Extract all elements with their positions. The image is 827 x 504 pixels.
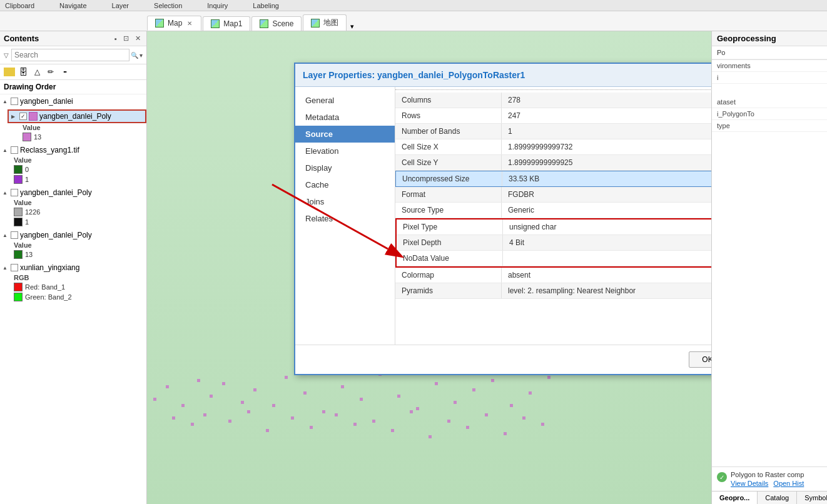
legend-color-swatch: [23, 133, 31, 141]
search-input[interactable]: [11, 49, 129, 61]
geo-open-hist-link[interactable]: Open Hist: [773, 480, 804, 487]
ok-button[interactable]: OK: [689, 351, 711, 368]
svg-rect-5: [222, 382, 225, 385]
modal-nav-relates[interactable]: Relates: [295, 210, 395, 227]
legend-value: 13: [34, 133, 41, 141]
tab-map-close[interactable]: ✕: [186, 20, 193, 27]
modal-body: General Metadata Source Elevation Displa…: [295, 87, 711, 345]
geo-links: View Details Open Hist: [731, 480, 804, 487]
edit-icon[interactable]: ✏: [45, 66, 56, 78]
geo-check-icon: ✓: [717, 472, 727, 482]
toolbar-navigate[interactable]: Navigate: [59, 2, 86, 9]
layer-header-poly3[interactable]: ▲ yangben_danlei_Poly: [0, 229, 146, 241]
float-btn[interactable]: ⊡: [121, 34, 131, 43]
layer-header-xunlian[interactable]: ▲ xunlian_yingxiang: [0, 262, 146, 273]
legend-item: Value: [14, 156, 146, 164]
modal-nav-cache[interactable]: Cache: [295, 176, 395, 193]
prop-key: Pyramids: [395, 283, 502, 298]
tab-scene[interactable]: Scene: [251, 16, 302, 31]
legend-item: 13: [14, 249, 146, 260]
geo-success-row: ✓ Polygon to Raster comp View Details Op…: [717, 471, 822, 487]
more-icon[interactable]: ···: [59, 66, 70, 78]
modal-nav-joins[interactable]: Joins: [295, 193, 395, 210]
contents-panel: Contents ▪ ⊡ ✕ ▽ 🔍 ▾ 🗄 △ ✏ ··· Drawing O…: [0, 31, 147, 504]
layer-legend: RGB Red: Band_1 Green: Band_2: [0, 273, 146, 302]
pin-btn[interactable]: ▪: [113, 35, 119, 43]
svg-rect-2: [181, 404, 185, 407]
svg-rect-31: [310, 426, 313, 429]
tab-dropdown-btn[interactable]: ▾: [350, 23, 354, 31]
legend-color-swatch: [14, 175, 23, 184]
toolbar-layer[interactable]: Layer: [112, 2, 129, 9]
prop-val: 247: [502, 108, 711, 123]
geo-view-details-link[interactable]: View Details: [731, 480, 768, 487]
add-layer-icon[interactable]: [4, 68, 15, 76]
geoprocessing-title: Geoprocessing: [712, 31, 827, 46]
prop-row-nodata: NoData Value: [397, 251, 711, 266]
contents-panel-title: Contents: [4, 34, 39, 43]
prop-key: NoData Value: [397, 251, 503, 266]
search-dropdown-arrow[interactable]: ▾: [140, 52, 143, 59]
legend-color-swatch: [14, 283, 23, 291]
modal-nav-display[interactable]: Display: [295, 159, 395, 176]
tab-dimap[interactable]: 地图: [303, 14, 347, 31]
modal-nav-elevation[interactable]: Elevation: [295, 143, 395, 159]
legend-item: Red: Band_1: [14, 282, 146, 292]
legend-label: RGB: [14, 274, 29, 281]
content-toolbar: 🗄 △ ✏ ···: [0, 64, 146, 80]
layer-name-poly: yangben_danlei_Poly: [39, 112, 111, 121]
svg-rect-15: [397, 395, 400, 398]
layer-header-yangben-poly-selected[interactable]: ▶ yangben_danlei_Poly: [8, 109, 146, 123]
toolbar-inquiry[interactable]: Inquiry: [207, 2, 228, 9]
database-icon[interactable]: 🗄: [18, 66, 29, 78]
modal-nav-source[interactable]: Source: [295, 126, 395, 143]
panel-controls: ▪ ⊡ ✕: [113, 34, 143, 43]
main-layout: Contents ▪ ⊡ ✕ ▽ 🔍 ▾ 🗄 △ ✏ ··· Drawing O…: [0, 31, 827, 504]
prop-row-format: Format FGDBR: [395, 187, 711, 203]
legend-item: RGB: [14, 273, 146, 282]
prop-row-pyramids: Pyramids level: 2. resampling: Nearest N…: [395, 283, 711, 299]
svg-rect-24: [172, 416, 175, 420]
close-btn[interactable]: ✕: [133, 34, 143, 43]
prop-row-cellsizey: Cell Size Y 1.89999999999925: [395, 155, 711, 171]
expand-icon: ▲: [3, 233, 9, 238]
toolbar-selection[interactable]: Selection: [154, 2, 182, 9]
expand-icon: ▶: [11, 114, 18, 119]
tab-map[interactable]: Map ✕: [147, 16, 201, 31]
layer-checkbox[interactable]: [11, 264, 18, 271]
svg-rect-28: [247, 410, 250, 413]
layer-checkbox-checked[interactable]: [19, 113, 27, 120]
svg-rect-21: [510, 404, 513, 407]
layer-legend: Value 0 1: [0, 156, 146, 184]
geo-notification-content: Polygon to Raster comp View Details Open…: [731, 471, 804, 487]
layer-header-reclass[interactable]: ▲ Reclass_yang1.tif: [0, 144, 146, 156]
prop-key: Pixel Depth: [397, 235, 503, 250]
layer-header-yangben[interactable]: ▲ yangben_danlei: [0, 96, 146, 107]
layer-checkbox[interactable]: [11, 98, 18, 105]
list-item: ▲ yangben_danlei_Poly Value 1226 1: [0, 186, 146, 228]
tab-map1[interactable]: Map1: [203, 16, 250, 31]
layer-header-poly2[interactable]: ▲ yangben_danlei_Poly: [0, 187, 146, 198]
bottom-tab-symbol[interactable]: Symbol...: [797, 491, 827, 504]
toolbar-clipboard[interactable]: Clipboard: [5, 2, 34, 9]
svg-rect-29: [266, 429, 269, 432]
modal-nav-general[interactable]: General: [295, 92, 395, 109]
prop-row-pixeltype: Pixel Type unsigned char: [397, 219, 711, 235]
layer-checkbox[interactable]: [11, 231, 18, 239]
search-btn[interactable]: 🔍: [131, 52, 138, 59]
map1-tab-icon: [211, 19, 220, 28]
prop-key: Cell Size X: [395, 139, 502, 154]
toolbar-labeling[interactable]: Labeling: [253, 2, 279, 9]
filter-icon2[interactable]: △: [31, 66, 43, 78]
legend-item: Value: [14, 198, 146, 207]
bottom-tab-geopro[interactable]: Geopro...: [712, 491, 758, 504]
top-toolbar: Clipboard Navigate Layer Selection Inqui…: [0, 0, 827, 11]
list-item: ▲ xunlian_yingxiang RGB Red: Band_1 Gree…: [0, 261, 146, 303]
bottom-tab-catalog[interactable]: Catalog: [758, 491, 797, 504]
layer-checkbox[interactable]: [11, 189, 18, 196]
layer-checkbox[interactable]: [11, 146, 18, 154]
modal-nav-metadata[interactable]: Metadata: [295, 109, 395, 126]
prop-key: Columns: [395, 93, 502, 108]
svg-rect-43: [541, 423, 544, 426]
list-item: ▲ Reclass_yang1.tif Value 0 1: [0, 143, 146, 186]
